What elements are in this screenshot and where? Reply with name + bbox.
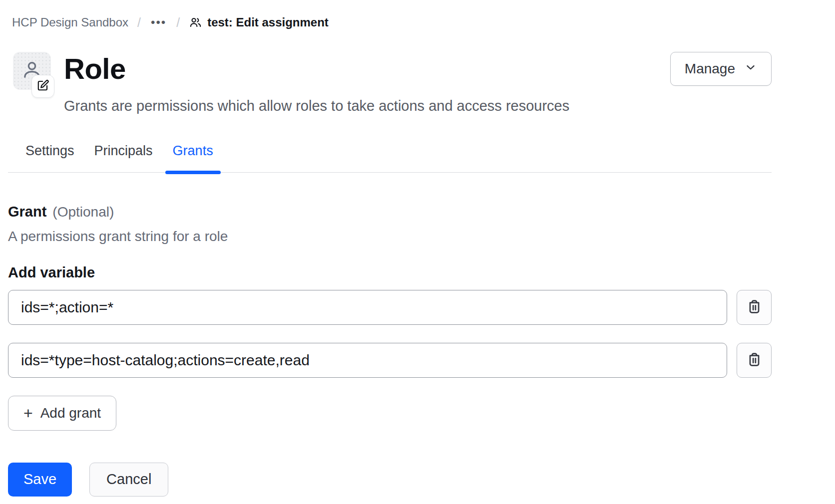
breadcrumb-item-current: test: Edit assignment bbox=[189, 15, 329, 29]
edit-icon bbox=[36, 79, 49, 94]
grant-input-1[interactable] bbox=[8, 290, 727, 325]
form-actions: Save Cancel bbox=[8, 463, 772, 497]
grant-row bbox=[8, 290, 772, 325]
add-grant-button[interactable]: + Add grant bbox=[8, 396, 116, 431]
breadcrumb-item-hcp-design-sandbox[interactable]: HCP Design Sandbox bbox=[12, 15, 128, 29]
page-subtitle: Grants are permissions which allow roles… bbox=[64, 98, 569, 114]
manage-button[interactable]: Manage bbox=[670, 52, 772, 86]
add-variable-heading: Add variable bbox=[8, 264, 772, 281]
role-grants-page: HCP Design Sandbox / ••• / test: Edit as… bbox=[0, 0, 772, 497]
breadcrumb-separator: / bbox=[137, 15, 141, 30]
manage-button-label: Manage bbox=[685, 61, 735, 77]
header-text: Role Grants are permissions which allow … bbox=[64, 52, 569, 114]
grant-help-text: A permissions grant string for a role bbox=[8, 229, 772, 245]
edit-avatar-button[interactable] bbox=[31, 75, 54, 98]
grant-field-label-row: Grant (Optional) bbox=[8, 204, 772, 220]
grant-optional-indicator: (Optional) bbox=[52, 204, 114, 220]
grant-field-label: Grant bbox=[8, 204, 46, 220]
users-icon bbox=[189, 16, 202, 29]
grant-input-2[interactable] bbox=[8, 343, 727, 378]
tab-settings[interactable]: Settings bbox=[18, 143, 82, 172]
role-avatar-wrap bbox=[13, 52, 51, 90]
breadcrumb-current-label: test: Edit assignment bbox=[207, 15, 329, 29]
cancel-button[interactable]: Cancel bbox=[89, 463, 168, 497]
trash-icon bbox=[746, 298, 763, 316]
trash-icon bbox=[746, 351, 763, 369]
grant-row bbox=[8, 343, 772, 378]
plus-icon: + bbox=[23, 405, 33, 421]
tab-principals[interactable]: Principals bbox=[87, 143, 160, 172]
save-button[interactable]: Save bbox=[8, 463, 72, 497]
breadcrumb-separator: / bbox=[176, 15, 180, 30]
breadcrumb-ellipsis-button[interactable]: ••• bbox=[150, 15, 167, 29]
add-grant-button-label: Add grant bbox=[40, 405, 101, 421]
grants-section: Grant (Optional) A permissions grant str… bbox=[8, 204, 772, 431]
page-title: Role bbox=[64, 53, 569, 85]
chevron-down-icon bbox=[744, 61, 757, 77]
page-header: Role Grants are permissions which allow … bbox=[8, 52, 772, 114]
delete-grant-button-1[interactable] bbox=[737, 290, 772, 325]
tab-bar: Settings Principals Grants bbox=[8, 143, 772, 173]
delete-grant-button-2[interactable] bbox=[737, 343, 772, 378]
breadcrumb: HCP Design Sandbox / ••• / test: Edit as… bbox=[8, 14, 772, 31]
tab-grants[interactable]: Grants bbox=[165, 143, 221, 172]
